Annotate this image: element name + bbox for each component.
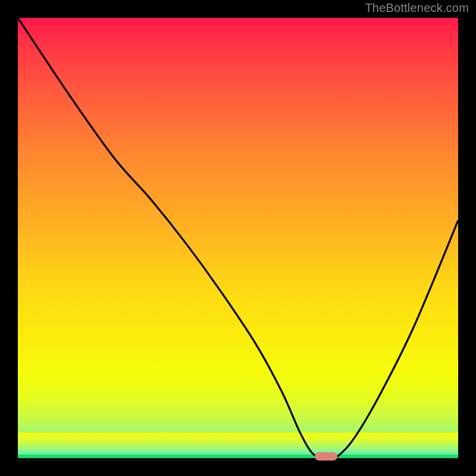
optimal-marker bbox=[315, 452, 337, 461]
bottleneck-curve bbox=[18, 18, 458, 458]
chart-stage: TheBottleneck.com bbox=[0, 0, 476, 476]
watermark-text: TheBottleneck.com bbox=[365, 1, 469, 15]
